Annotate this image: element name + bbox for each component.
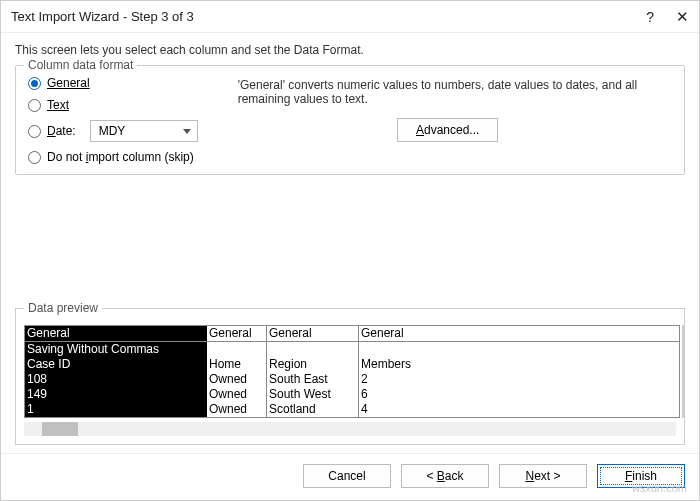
- table-row: 149OwnedSouth West6: [25, 387, 679, 402]
- table-row: Saving Without Commas: [25, 342, 679, 357]
- col-header-1[interactable]: General: [207, 326, 267, 341]
- col-header-2[interactable]: General: [267, 326, 359, 341]
- cell-c3: 2: [359, 372, 679, 387]
- cell-c3: Members: [359, 357, 679, 372]
- radio-list: General Text Date: MDY: [28, 76, 198, 164]
- radio-text-label: Text: [47, 98, 69, 112]
- radio-general[interactable]: General: [28, 76, 198, 90]
- intro-text: This screen lets you select each column …: [15, 43, 685, 57]
- cell-c0: 149: [25, 387, 207, 402]
- radio-dot-icon: [28, 99, 41, 112]
- back-button[interactable]: < Back: [401, 464, 489, 488]
- chevron-down-icon: [183, 129, 191, 134]
- cell-c0: Case ID: [25, 357, 207, 372]
- advanced-button[interactable]: Advanced...: [397, 118, 498, 142]
- next-button[interactable]: Next >: [499, 464, 587, 488]
- cancel-button[interactable]: Cancel: [303, 464, 391, 488]
- cell-c2: South East: [267, 372, 359, 387]
- radio-date[interactable]: Date: MDY: [28, 120, 198, 142]
- right-column: 'General' converts numeric values to num…: [238, 76, 658, 164]
- cell-c2: Scotland: [267, 402, 359, 417]
- column-format-group: Column data format General Text Date:: [15, 65, 685, 175]
- vertical-scrollbar[interactable]: [682, 325, 684, 418]
- radio-date-label: Date:: [47, 124, 76, 138]
- scroll-thumb[interactable]: [42, 422, 78, 436]
- cell-c1: Owned: [207, 387, 267, 402]
- radio-text[interactable]: Text: [28, 98, 198, 112]
- cell-c2: Region: [267, 357, 359, 372]
- general-description: 'General' converts numeric values to num…: [238, 76, 658, 106]
- wizard-dialog: Text Import Wizard - Step 3 of 3 ? ✕ Thi…: [0, 0, 700, 501]
- date-format-value: MDY: [99, 124, 126, 138]
- cell-c1: Owned: [207, 372, 267, 387]
- col-header-0[interactable]: General: [25, 326, 207, 341]
- data-preview-legend: Data preview: [24, 301, 102, 315]
- preview-grid[interactable]: General General General General Saving W…: [24, 325, 680, 418]
- radio-skip-label: Do not import column (skip): [47, 150, 194, 164]
- radio-skip[interactable]: Do not import column (skip): [28, 150, 198, 164]
- column-format-legend: Column data format: [24, 58, 137, 72]
- header-row: General General General General: [25, 326, 679, 342]
- cell-c1: [207, 342, 267, 357]
- rows-container: Saving Without CommasCase IDHomeRegionMe…: [25, 342, 679, 417]
- title-bar: Text Import Wizard - Step 3 of 3 ? ✕: [1, 1, 699, 33]
- cell-c3: 4: [359, 402, 679, 417]
- cell-c0: 1: [25, 402, 207, 417]
- window-title: Text Import Wizard - Step 3 of 3: [11, 9, 646, 24]
- cell-c2: South West: [267, 387, 359, 402]
- table-row: 108OwnedSouth East2: [25, 372, 679, 387]
- cell-c1: Home: [207, 357, 267, 372]
- title-buttons: ? ✕: [646, 8, 689, 26]
- table-row: 1OwnedScotland4: [25, 402, 679, 417]
- data-preview-group: Data preview General General General Gen…: [15, 308, 685, 445]
- help-button[interactable]: ?: [646, 9, 654, 25]
- horizontal-scrollbar[interactable]: [24, 422, 676, 436]
- col-header-3[interactable]: General: [359, 326, 679, 341]
- dialog-body: This screen lets you select each column …: [1, 33, 699, 453]
- cell-c1: Owned: [207, 402, 267, 417]
- cell-c0: Saving Without Commas: [25, 342, 207, 357]
- radio-dot-icon: [28, 151, 41, 164]
- cell-c3: 6: [359, 387, 679, 402]
- date-format-select[interactable]: MDY: [90, 120, 198, 142]
- cell-c0: 108: [25, 372, 207, 387]
- radio-dot-icon: [28, 77, 41, 90]
- table-row: Case IDHomeRegionMembers: [25, 357, 679, 372]
- dialog-buttons: Cancel < Back Next > Finish: [1, 453, 699, 500]
- cell-c3: [359, 342, 679, 357]
- close-button[interactable]: ✕: [676, 8, 689, 26]
- radio-general-label: General: [47, 76, 90, 90]
- radio-dot-icon: [28, 125, 41, 138]
- finish-button[interactable]: Finish: [597, 464, 685, 488]
- cell-c2: [267, 342, 359, 357]
